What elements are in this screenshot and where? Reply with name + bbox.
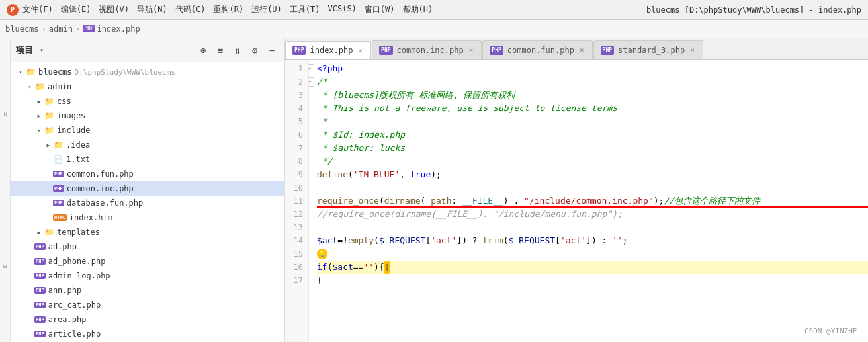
menu-vcs[interactable]: VCS(S) (328, 4, 357, 15)
sidebar: 项目 ▾ ⊕ ≡ ⇅ ⚙ − ▾ 📁 bluecms D:\phpStudy\W… (11, 38, 285, 342)
php-icon-databasefun: PHP (53, 200, 64, 206)
menu-bar[interactable]: 文件(F) 编辑(E) 视图(V) 导航(N) 代码(C) 重构(R) 运行(U… (22, 4, 433, 15)
code-line-14: $act=!empty($_REQUEST['act']) ? trim($_R… (317, 234, 868, 247)
toolbar-icon-list[interactable]: ≡ (213, 43, 228, 58)
code-line-8: */ (317, 155, 868, 168)
breadcrumb: bluecms › admin › PHP index.php (0, 20, 868, 38)
code-line-13 (317, 221, 868, 234)
tree-item-admin[interactable]: ▾ 📁 admin (11, 79, 284, 94)
folder-icon-include: 📁 (44, 125, 54, 136)
menu-run[interactable]: 运行(U) (251, 4, 282, 15)
warning-icon: 💡 (317, 249, 327, 259)
tree-item-adminlogphp[interactable]: PHP admin_log.php (11, 269, 284, 283)
tab-close-standard3[interactable]: × (689, 45, 696, 55)
fold-btn-1[interactable]: − (309, 64, 314, 73)
tree-item-commoninc[interactable]: PHP common.inc.php (11, 181, 284, 196)
tree-item-arccatphp[interactable]: PHP arc_cat.php (11, 298, 284, 312)
tab-close-commonfun[interactable]: × (578, 45, 586, 55)
tree-item-css[interactable]: ▶ 📁 css (11, 94, 284, 108)
cursor-indicator: | (384, 261, 390, 274)
project-label: 项目 (16, 44, 33, 56)
tree-item-articlephp[interactable]: PHP article.php (11, 327, 284, 341)
tree-item-adphp[interactable]: PHP ad.php (11, 239, 284, 254)
folder-icon-templates: 📁 (44, 227, 54, 237)
tab-label-commonfun: common.fun.php (507, 46, 574, 55)
menu-window[interactable]: 窗口(W) (365, 4, 395, 15)
tab-icon-standard3: PHP (601, 46, 614, 55)
php-icon-commoninc: PHP (53, 185, 64, 192)
breadcrumb-bluecms[interactable]: bluecms (5, 24, 39, 34)
tree-item-adphonephp[interactable]: PHP ad_phone.php (11, 254, 284, 269)
php-icon-adminlogphp: PHP (34, 273, 46, 279)
gutter-item-2[interactable]: ⊞ (0, 191, 10, 343)
menu-navigate[interactable]: 导航(N) (137, 4, 167, 15)
toolbar-icons: ⊕ ≡ ⇅ ⚙ − (196, 43, 279, 58)
tree-arrow-admin: ▾ (25, 82, 34, 91)
tab-standard3[interactable]: PHP standard_3.php × (593, 40, 703, 59)
tree-item-templates[interactable]: ▶ 📁 templates (11, 225, 284, 239)
breadcrumb-admin[interactable]: admin (49, 24, 73, 34)
app-icon: P (7, 4, 19, 16)
tree-arrow-images: ▶ (34, 111, 44, 120)
php-icon-adphonephp: PHP (34, 258, 46, 265)
tree-item-commonfun[interactable]: PHP common.fun.php (11, 167, 284, 181)
folder-icon: 📁 (25, 67, 36, 77)
menu-file[interactable]: 文件(F) (22, 4, 53, 15)
project-dropdown-arrow[interactable]: ▾ (40, 46, 44, 54)
tree-item-1txt[interactable]: 📄 1.txt (11, 152, 284, 167)
tree-item-indexhtm[interactable]: HTML index.htm (11, 210, 284, 225)
code-line-5: * (317, 115, 868, 128)
tree-item-bluecms[interactable]: ▾ 📁 bluecms D:\phpStudy\WWW\bluecms (11, 65, 284, 79)
code-line-4: * This is not a freeware, use is subject… (317, 102, 868, 115)
fold-btn-2[interactable]: − (309, 77, 314, 87)
gutter-item-1[interactable]: ≡ (0, 38, 10, 191)
menu-help[interactable]: 帮助(H) (403, 4, 433, 15)
code-line-9: define('IN_BLUE', true); (317, 168, 868, 181)
menu-code[interactable]: 代码(C) (175, 4, 206, 15)
toolbar-icon-settings[interactable]: ⚙ (247, 43, 262, 58)
toolbar-icon-add[interactable]: ⊕ (196, 43, 210, 58)
tab-close-commoninc[interactable]: × (468, 45, 475, 55)
tab-close-index[interactable]: × (357, 46, 364, 56)
code-line-10 (317, 181, 868, 194)
folder-icon-admin: 📁 (34, 81, 45, 92)
sidebar-toolbar: 项目 ▾ ⊕ ≡ ⇅ ⚙ − (11, 38, 284, 62)
tree-item-databasefun[interactable]: PHP database.fun.php (11, 196, 284, 210)
code-line-3: * [bluecms]版权所有 标准网络, 保留所有权利 (317, 89, 868, 102)
tree-arrow-css: ▶ (34, 97, 44, 106)
file-tree: ▾ 📁 bluecms D:\phpStudy\WWW\bluecms ▾ 📁 … (11, 62, 284, 342)
line-numbers: 1 2 3 4 5 6 7 8 9 10 11 12 13 14 15 16 1… (285, 60, 309, 342)
code-editor[interactable]: 1 2 3 4 5 6 7 8 9 10 11 12 13 14 15 16 1… (285, 60, 868, 342)
folder-icon-idea: 📁 (53, 140, 64, 150)
breadcrumb-filename[interactable]: index.php (97, 24, 140, 34)
toolbar-icon-sort[interactable]: ⇅ (230, 43, 245, 58)
tab-commonfun[interactable]: PHP common.fun.php × (482, 40, 592, 59)
code-content[interactable]: − <?php − /* * [bluecms]版权所有 标准网络, 保留所有权… (309, 60, 868, 342)
menu-edit[interactable]: 编辑(E) (61, 4, 91, 15)
code-line-2: − /* (317, 75, 868, 89)
folder-icon-images: 📁 (44, 110, 54, 121)
tree-item-annphp[interactable]: PHP ann.php (11, 283, 284, 298)
menu-refactor[interactable]: 重构(R) (213, 4, 243, 15)
tab-commoninc[interactable]: PHP common.inc.php × (372, 40, 482, 59)
tab-icon-commonfun: PHP (490, 46, 503, 55)
tree-item-areaphp[interactable]: PHP area.php (11, 312, 284, 327)
tab-label-commoninc: common.inc.php (397, 46, 464, 55)
tree-arrow-idea: ▶ (44, 140, 53, 150)
left-gutter: ≡ ⊞ (0, 38, 11, 342)
toolbar-icon-collapse[interactable]: − (265, 43, 279, 58)
tree-arrow-templates: ▶ (34, 228, 44, 237)
tree-arrow: ▾ (16, 67, 25, 77)
tree-item-include[interactable]: ▾ 📁 include (11, 123, 284, 138)
tree-item-idea[interactable]: ▶ 📁 .idea (11, 138, 284, 152)
html-icon-indexhtm: HTML (53, 214, 67, 221)
php-icon-annphp: PHP (34, 287, 46, 294)
menu-view[interactable]: 视图(V) (99, 4, 129, 15)
tree-item-images[interactable]: ▶ 📁 images (11, 108, 284, 123)
menu-tools[interactable]: 工具(T) (290, 4, 320, 15)
tab-index[interactable]: PHP index.php × (285, 41, 371, 60)
editor-area: PHP index.php × PHP common.inc.php × PHP… (285, 38, 868, 342)
code-line-6: * $Id: index.php (317, 128, 868, 142)
folder-icon-css: 📁 (44, 96, 54, 107)
code-line-12: //require_once(dirname(__FILE__). "/incl… (317, 208, 868, 221)
